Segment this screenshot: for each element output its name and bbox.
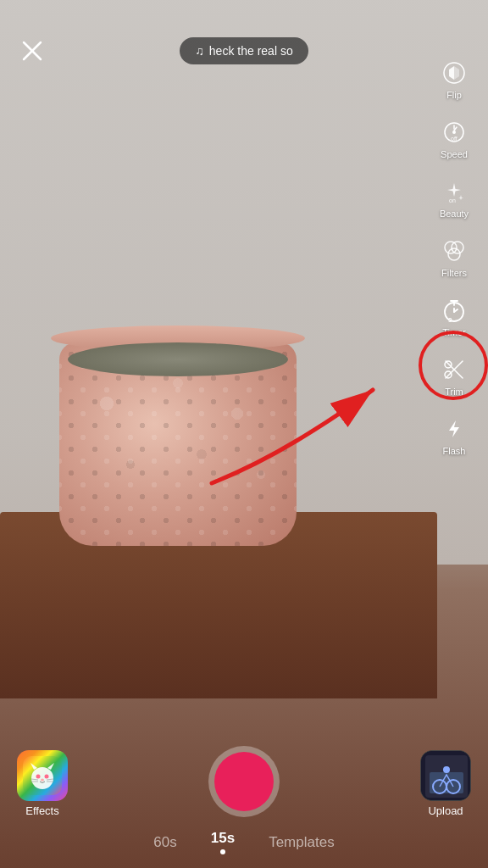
flip-label: Flip: [446, 90, 462, 100]
flip-icon: [439, 58, 469, 88]
beauty-tool[interactable]: on Beauty: [427, 170, 481, 225]
svg-point-18: [45, 775, 49, 779]
svg-point-9: [448, 248, 460, 260]
timer-icon: 3: [439, 295, 469, 326]
svg-text:on: on: [449, 198, 456, 203]
music-pill[interactable]: ♫ heck the real so: [180, 37, 308, 64]
speed-icon: off: [439, 117, 469, 147]
duration-15s[interactable]: 15s: [211, 830, 235, 854]
trim-label: Trim: [445, 387, 463, 397]
svg-point-8: [452, 242, 463, 253]
flip-tool[interactable]: Flip: [427, 51, 481, 107]
duration-tabs: 60s 15s Templates: [0, 830, 488, 854]
duration-60s[interactable]: 60s: [153, 834, 176, 851]
close-button[interactable]: [14, 32, 51, 70]
speed-label: Speed: [441, 149, 468, 159]
svg-text:3: 3: [448, 316, 452, 324]
record-inner-dot: [214, 752, 274, 811]
flash-tool[interactable]: Flash: [427, 407, 481, 463]
svg-point-31: [443, 766, 450, 773]
music-text: heck the real so: [209, 44, 293, 58]
upload-label: Upload: [428, 804, 463, 817]
trim-icon: [439, 354, 469, 385]
right-toolbar: Flip off Speed on Beauty: [427, 51, 481, 463]
record-button[interactable]: [208, 746, 280, 817]
svg-point-21: [41, 779, 44, 782]
flash-label: Flash: [443, 446, 466, 456]
upload-button[interactable]: Upload: [420, 750, 471, 817]
beauty-icon: on: [439, 176, 469, 207]
record-outer-ring: [208, 746, 280, 817]
filters-icon: [439, 236, 469, 266]
trim-tool[interactable]: Trim: [427, 348, 481, 403]
effects-icon: [17, 750, 68, 801]
speed-tool[interactable]: off Speed: [427, 110, 481, 166]
close-icon: [20, 39, 44, 63]
svg-point-7: [445, 242, 457, 253]
flash-icon: [439, 414, 469, 444]
timer-tool[interactable]: 3 Timer: [427, 288, 481, 344]
svg-point-17: [36, 775, 41, 779]
top-bar: ♫ heck the real so: [0, 0, 488, 85]
filters-label: Filters: [441, 268, 467, 278]
svg-text:off: off: [451, 136, 458, 142]
filters-tool[interactable]: Filters: [427, 229, 481, 285]
bottom-bar: Effects Upload 60s 15s Templates: [0, 698, 488, 868]
beauty-label: Beauty: [440, 209, 469, 219]
music-icon: ♫: [195, 44, 204, 58]
timer-label: Timer: [442, 327, 466, 337]
plant-scene: [17, 85, 420, 698]
effects-button[interactable]: Effects: [17, 750, 68, 817]
effects-label: Effects: [25, 804, 59, 817]
templates-tab[interactable]: Templates: [269, 834, 334, 851]
upload-icon: [420, 750, 471, 801]
svg-point-16: [31, 767, 53, 789]
